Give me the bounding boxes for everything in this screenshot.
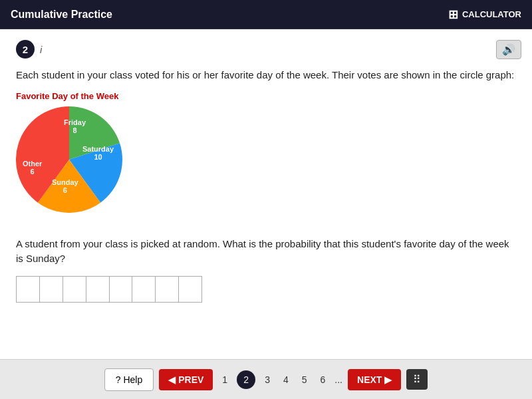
page-5[interactable]: 5	[298, 372, 311, 388]
page-6[interactable]: 6	[317, 372, 330, 388]
answer-cell-8[interactable]	[179, 277, 201, 302]
page-1[interactable]: 1	[218, 372, 231, 388]
question-text-2: A student from your class is picked at r…	[16, 237, 516, 267]
audio-button[interactable]: 🔊	[496, 40, 521, 59]
next-button[interactable]: NEXT ▶	[348, 369, 401, 390]
question-header: 2 i	[16, 40, 516, 59]
answer-cell-6[interactable]	[132, 277, 156, 302]
grid-icon: ⠿	[413, 374, 421, 385]
app-header: Cumulative Practice ⊞ CALCULATOR	[0, 0, 532, 29]
prev-label: PREV	[178, 374, 203, 385]
page-4[interactable]: 4	[279, 372, 293, 388]
bottom-navigation: ? Help ◀ PREV 1 2 3 4 5 6 ... NEXT ▶ ⠿	[0, 359, 532, 399]
ellipsis: ...	[334, 374, 342, 385]
chart-title: Favorite Day of the Week	[16, 91, 516, 101]
prev-button[interactable]: ◀ PREV	[159, 369, 213, 390]
help-icon: ?	[116, 374, 121, 385]
next-label: NEXT	[357, 374, 382, 385]
answer-cell-7[interactable]	[156, 277, 179, 302]
calculator-label: CALCULATOR	[462, 9, 521, 19]
audio-icon: 🔊	[502, 44, 515, 55]
answer-input-box[interactable]	[16, 276, 202, 303]
answer-cell-3[interactable]	[63, 277, 86, 302]
page-2-active[interactable]: 2	[237, 370, 255, 389]
question-text-1: Each student in your class voted for his…	[16, 68, 516, 83]
pie-label-saturday: Saturday10	[82, 145, 114, 161]
grid-dots-button[interactable]: ⠿	[406, 369, 428, 390]
prev-arrow-icon: ◀	[168, 374, 176, 385]
answer-cell-5[interactable]	[110, 277, 133, 302]
pie-label-friday: Friday8	[64, 118, 86, 134]
help-button[interactable]: ? Help	[104, 368, 154, 391]
pie-chart-container: Friday8 Saturday10 Sunday6 Other6	[16, 106, 149, 226]
main-content: 2 i 🔊 Each student in your class voted f…	[0, 29, 532, 359]
answer-cell-1[interactable]	[17, 277, 40, 302]
page-3[interactable]: 3	[261, 372, 274, 388]
page-title: Cumulative Practice	[11, 9, 112, 21]
answer-cell-4[interactable]	[86, 277, 110, 302]
calculator-button[interactable]: ⊞ CALCULATOR	[448, 7, 521, 22]
info-icon[interactable]: i	[40, 44, 42, 55]
question-number: 2	[16, 40, 35, 59]
answer-cell-2[interactable]	[40, 277, 63, 302]
pie-label-sunday: Sunday6	[52, 178, 78, 194]
next-arrow-icon: ▶	[384, 374, 392, 385]
help-label: Help	[123, 374, 142, 385]
calculator-icon: ⊞	[448, 7, 458, 22]
pie-label-other: Other6	[23, 160, 42, 176]
